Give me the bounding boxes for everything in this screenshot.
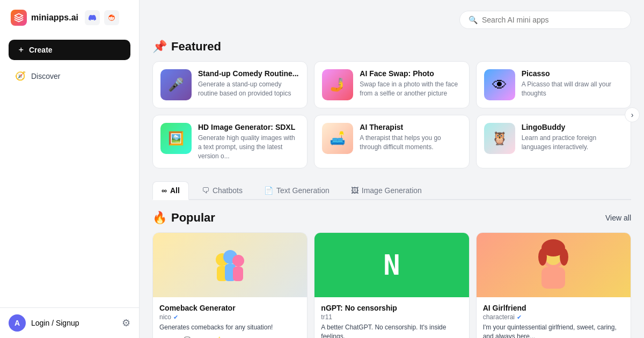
lingo-icon: 🦉 [484, 123, 515, 154]
faceswap-icon: 🤳 [322, 69, 353, 100]
featured-card-lingo[interactable]: 🦉 LingoBuddy Learn and practice foreign … [476, 115, 631, 168]
comeback-title: Comeback Generator [159, 304, 301, 312]
aigirlfriend-verified: ✔ [517, 314, 522, 321]
featured-pin-icon: 📌 [152, 40, 167, 54]
featured-cards-grid: 🎤 Stand-up Comedy Routine... Generate a … [152, 61, 631, 168]
standup-icon: 🎤 [160, 69, 192, 100]
chatbots-icon: 🗨 [202, 186, 209, 195]
popular-icon: 🔥 [152, 211, 167, 225]
category-tabs: ∞ All 🗨 Chatbots 📄 Text Generation 🖼 Ima… [152, 181, 631, 200]
login-button[interactable]: A Login / Signup [9, 314, 79, 332]
svg-rect-6 [233, 267, 243, 281]
comeback-author: nico ✔ [159, 313, 301, 321]
standup-title: Stand-up Comedy Routine... [198, 69, 299, 78]
picasso-title: Picasso [522, 69, 623, 78]
create-label: Create [29, 46, 53, 54]
popular-cards-grid: Comeback Generator nico ✔ Generates come… [152, 232, 631, 338]
search-bar[interactable]: 🔍 [459, 11, 631, 29]
hdimage-icon: 🖼️ [160, 123, 192, 154]
settings-icon[interactable]: ⚙ [122, 317, 130, 329]
main-header: 🔍 [152, 11, 631, 29]
therapist-title: AI Therapist [360, 123, 461, 131]
therapist-desc: A therapist that helps you go through di… [360, 134, 461, 152]
featured-card-picasso[interactable]: 👁 Picasso A Picasso that will draw all y… [476, 61, 631, 108]
featured-section: 🎤 Stand-up Comedy Routine... Generate a … [152, 61, 631, 168]
popular-header: 🔥 Popular View all [152, 211, 631, 225]
featured-title: 📌 Featured [152, 40, 631, 54]
featured-next-button[interactable]: › [625, 107, 640, 122]
comeback-verified: ✔ [173, 314, 178, 321]
avatar: A [9, 314, 26, 332]
lingo-desc: Learn and practice foreign languages int… [522, 134, 623, 152]
main-content: 🔍 📌 Featured 🎤 Stand-up Comedy Routine..… [140, 0, 644, 338]
popular-card-aigirlfriend[interactable]: AI Girlfriend characterai ✔ I'm your qui… [476, 232, 631, 338]
featured-card-faceswap[interactable]: 🤳 AI Face Swap: Photo Swap face in a pho… [314, 61, 469, 108]
faceswap-desc: Swap face in a photo with the face from … [360, 80, 461, 98]
svg-rect-9 [541, 267, 565, 289]
ngpt-desc: A better ChatGPT. No censorship. It's in… [321, 323, 462, 338]
svg-point-11 [538, 248, 547, 266]
tab-textgen[interactable]: 📄 Text Generation [255, 181, 338, 199]
discover-label: Discover [31, 72, 60, 80]
logo-area: miniapps.ai [0, 0, 139, 35]
faceswap-title: AI Face Swap: Photo [360, 69, 461, 78]
app-name: miniapps.ai [31, 13, 78, 23]
ngpt-title: nGPT: No censorship [321, 304, 462, 312]
standup-desc: Generate a stand-up comedy routine based… [198, 80, 299, 98]
imagegen-icon: 🖼 [351, 186, 358, 195]
social-links [85, 10, 119, 25]
aigirlfriend-author: characterai ✔ [483, 313, 624, 321]
picasso-icon: 👁 [484, 69, 515, 100]
create-button[interactable]: ＋ Create [9, 40, 130, 60]
reddit-button[interactable] [104, 10, 119, 25]
therapist-icon: 🛋️ [322, 123, 353, 154]
discord-button[interactable] [85, 10, 100, 25]
comeback-desc: Generates comebacks for any situation! [159, 323, 301, 332]
discover-icon: 🧭 [15, 71, 26, 81]
tab-chatbots[interactable]: 🗨 Chatbots [193, 181, 251, 199]
featured-card-therapist[interactable]: 🛋️ AI Therapist A therapist that helps y… [314, 115, 469, 168]
search-input[interactable] [482, 16, 622, 24]
popular-title: 🔥 Popular [152, 211, 215, 225]
logo-icon [11, 10, 27, 26]
svg-point-12 [560, 248, 568, 266]
lingo-title: LingoBuddy [522, 123, 623, 131]
aigirlfriend-desc: I'm your quintessential girlfriend, swee… [483, 323, 624, 338]
aigirlfriend-title: AI Girlfriend [483, 304, 624, 312]
featured-card-hdimage[interactable]: 🖼️ HD Image Generator: SDXL Generate hig… [152, 115, 308, 168]
hdimage-desc: Generate high quality images with a text… [198, 134, 299, 160]
textgen-icon: 📄 [264, 186, 273, 195]
all-icon: ∞ [162, 186, 167, 195]
sidebar: miniapps.ai ＋ Create 🧭 Discover A Login … [0, 0, 140, 338]
plus-icon: ＋ [17, 45, 25, 55]
tab-imagegen[interactable]: 🖼 Image Generation [342, 181, 430, 199]
view-all-button[interactable]: View all [605, 214, 631, 222]
aigirlfriend-img [477, 233, 631, 297]
popular-card-comeback[interactable]: Comeback Generator nico ✔ Generates come… [152, 232, 308, 338]
ngpt-img: N [314, 233, 469, 297]
featured-card-standup[interactable]: 🎤 Stand-up Comedy Routine... Generate a … [152, 61, 308, 108]
hdimage-title: HD Image Generator: SDXL [198, 123, 299, 131]
sidebar-bottom: A Login / Signup ⚙ [0, 307, 139, 338]
picasso-desc: A Picasso that will draw all your though… [522, 80, 623, 98]
sidebar-item-discover[interactable]: 🧭 Discover [4, 65, 135, 86]
ngpt-letter: N [383, 249, 400, 281]
popular-card-ngpt[interactable]: N nGPT: No censorship tr11 A better Chat… [314, 232, 469, 338]
comeback-img [153, 233, 307, 297]
user-label: Login / Signup [31, 319, 79, 327]
tab-all[interactable]: ∞ All [152, 181, 189, 200]
search-icon: 🔍 [469, 16, 478, 24]
ngpt-author: tr11 [321, 313, 462, 321]
